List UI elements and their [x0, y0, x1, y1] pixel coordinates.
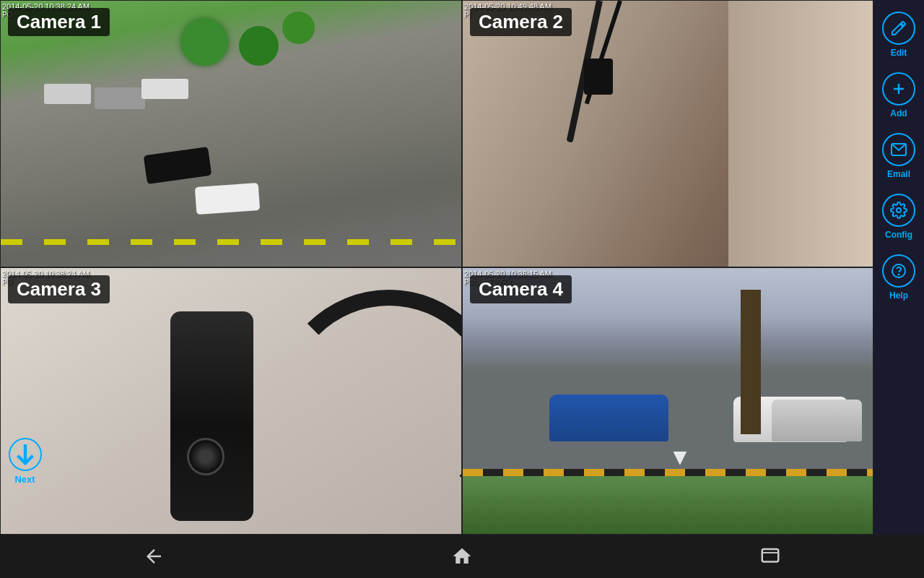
config-gear-icon: [890, 202, 907, 219]
main-content: 2014-05-20 10:38:24 AM PO Camera 1 2014-…: [0, 0, 924, 535]
cam1-label: Camera 1: [8, 8, 110, 36]
email-label: Email: [887, 169, 910, 179]
camera-3-cell[interactable]: 2014-05-20 10:38:24 AM PO Camera 3: [0, 267, 462, 535]
add-icon-circle: [882, 72, 915, 105]
sidebar: Edit Add: [873, 0, 924, 535]
cam1-tree3: [282, 12, 315, 44]
cam4-grass: [463, 476, 873, 534]
cam1-car-gray2: [44, 84, 91, 104]
cam1-car-light: [141, 79, 188, 99]
cam2-device: [584, 59, 613, 95]
edit-button[interactable]: Edit: [878, 6, 920, 64]
edit-icon-circle: [882, 12, 915, 45]
camera-2-cell[interactable]: 2014-05-20 10:49:48 AM PI Camera 2: [462, 0, 873, 267]
cam1-car-white: [195, 183, 260, 215]
back-icon: [143, 545, 165, 567]
cam4-arrow: ▲: [668, 446, 692, 473]
add-button[interactable]: Add: [878, 66, 920, 124]
help-button[interactable]: Help: [878, 249, 920, 306]
camera-4-cell[interactable]: ▲ 2014-05-20 10:36:15 AM PIIcam T1050r C…: [462, 267, 873, 535]
cam1-tree2: [239, 26, 279, 66]
edit-label: Edit: [891, 48, 907, 58]
cam1-car-gray1: [95, 87, 145, 109]
navigation-bar: [0, 535, 924, 578]
cam1-tree1: [181, 19, 228, 66]
recents-icon: [759, 545, 781, 567]
cam1-road-markings: [1, 239, 461, 245]
add-icon: [890, 80, 907, 98]
home-button[interactable]: [440, 542, 484, 571]
cam3-device-body: [170, 311, 253, 521]
camera-grid: 2014-05-20 10:38:24 AM PO Camera 1 2014-…: [0, 0, 873, 535]
add-label: Add: [890, 108, 907, 118]
recents-button[interactable]: [749, 542, 792, 571]
cam4-car-blue: [549, 394, 668, 441]
cam2-wall-right: [728, 1, 873, 267]
cam4-label: Camera 4: [470, 275, 572, 303]
help-question-icon: [890, 262, 907, 280]
help-icon-circle: [882, 254, 915, 288]
email-button[interactable]: Email: [878, 127, 920, 185]
cam1-scene: [1, 1, 461, 267]
camera-1-cell[interactable]: 2014-05-20 10:38:24 AM PO Camera 1: [0, 0, 462, 267]
cam3-label: Camera 3: [8, 275, 110, 303]
cam4-tree-trunk: [741, 290, 761, 434]
svg-rect-7: [762, 549, 778, 562]
app: 2014-05-20 10:38:24 AM PO Camera 1 2014-…: [0, 0, 924, 578]
svg-point-4: [897, 208, 901, 212]
config-icon-circle: [882, 194, 915, 227]
email-icon-circle: [882, 133, 915, 166]
cam3-device-lens: [187, 438, 225, 475]
email-icon: [890, 141, 907, 158]
home-icon: [451, 545, 473, 567]
cam4-car-silver: [772, 400, 862, 441]
cam2-label: Camera 2: [470, 8, 572, 36]
edit-icon: [890, 20, 907, 37]
next-label: Next: [14, 474, 35, 485]
next-down-arrow-icon: [10, 439, 40, 470]
config-button[interactable]: Config: [878, 188, 920, 246]
next-icon-circle: [9, 438, 42, 471]
config-label: Config: [885, 230, 912, 240]
next-button[interactable]: Next: [0, 431, 50, 491]
back-button[interactable]: [132, 542, 175, 571]
help-label: Help: [889, 290, 908, 301]
